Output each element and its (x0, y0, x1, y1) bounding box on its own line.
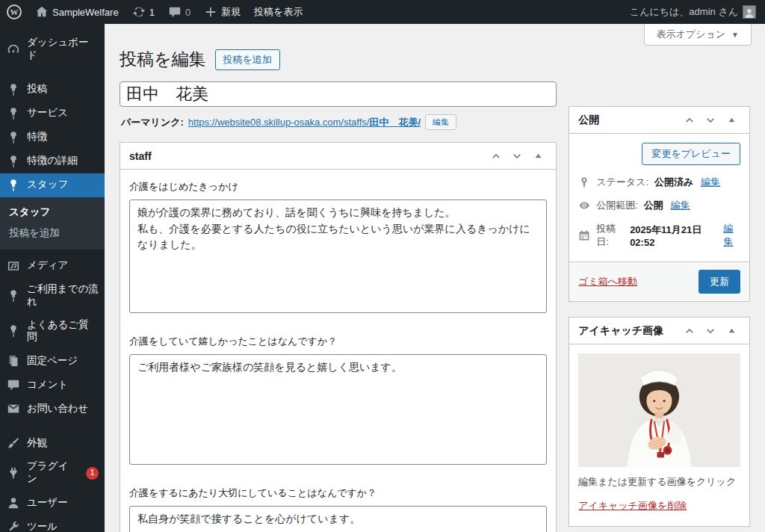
add-new-post-button[interactable]: 投稿を追加 (215, 49, 280, 70)
move-down-button[interactable] (701, 322, 719, 340)
sidebar-item-feature-details[interactable]: 特徴の詳細 (0, 149, 105, 173)
calendar-icon (578, 229, 590, 241)
pin-icon (7, 131, 20, 144)
pages-icon (7, 354, 20, 368)
site-name: SampleWelfare (52, 7, 119, 18)
sidebar-item-comments[interactable]: コメント (0, 373, 105, 397)
sidebar-item-faq[interactable]: よくあるご質問 (0, 314, 105, 350)
pin-icon (7, 83, 20, 96)
menu-separator (0, 67, 105, 78)
mail-icon (7, 402, 20, 415)
dashboard-icon (7, 43, 20, 56)
brush-icon (7, 436, 20, 450)
sidebar-item-users[interactable]: ユーザー (0, 491, 105, 515)
pin-icon (7, 289, 20, 303)
sidebar-item-staff[interactable]: スタッフ (0, 173, 105, 197)
comments-count: 0 (185, 7, 191, 18)
comment-icon (7, 378, 20, 392)
permalink-label: パーマリンク: (121, 116, 184, 129)
publish-box-title[interactable]: 公開 (578, 114, 599, 127)
sidebar-item-tools[interactable]: ツール (0, 515, 105, 532)
edit-visibility-link[interactable]: 編集 (671, 199, 690, 212)
publish-box: 公開 変更をプレビュー ステータス: 公開済み 編集 (569, 106, 750, 302)
site-name-link[interactable]: SampleWelfare (28, 0, 126, 24)
chevron-down-icon (512, 151, 522, 161)
featured-image-box: アイキャッチ画像 (569, 317, 750, 527)
submenu-item-staff[interactable]: スタッフ (0, 202, 105, 223)
remove-featured-image-link[interactable]: アイキャッチ画像を削除 (578, 499, 687, 513)
toggle-panel-button[interactable] (722, 322, 740, 340)
featured-image-hint: 編集または更新する画像をクリック (578, 475, 740, 489)
status-pin-icon (578, 176, 590, 188)
wordpress-logo[interactable]: W (0, 0, 28, 24)
visibility-label: 公開範囲: (596, 199, 638, 212)
update-button[interactable]: 更新 (699, 270, 740, 294)
updates-count: 1 (149, 7, 155, 18)
move-up-button[interactable] (681, 322, 699, 340)
user-icon (7, 496, 20, 510)
status-value: 公開済み (654, 176, 693, 189)
toggle-panel-button[interactable] (722, 111, 740, 129)
sidebar-item-plugins[interactable]: プラグイン 1 (0, 455, 105, 491)
sidebar-item-services[interactable]: サービス (0, 102, 105, 126)
edit-status-link[interactable]: 編集 (701, 176, 720, 189)
toggle-panel-button[interactable] (529, 147, 547, 165)
field-label-happy: 介護をしていて嬉しかったことはなんですか？ (129, 335, 547, 348)
new-content-link[interactable]: 新規 (197, 0, 247, 24)
move-down-button[interactable] (508, 147, 526, 165)
sidebar-item-features[interactable]: 特徴 (0, 126, 105, 149)
media-icon (7, 259, 20, 273)
date-value: 2025年11月21日 02:52 (630, 223, 716, 248)
submenu-item-add-post[interactable]: 投稿を追加 (0, 223, 105, 244)
featured-box-title[interactable]: アイキャッチ画像 (578, 324, 663, 338)
plus-icon (204, 5, 217, 19)
date-label: 投稿日: (596, 222, 624, 249)
field-textarea-reason[interactable]: 娘が介護の業界に務めており、話を聞くうちに興味を持ちました。 私も、介護を必要と… (129, 200, 547, 313)
comments-link[interactable]: 0 (161, 0, 197, 24)
chevron-down-icon (705, 115, 716, 126)
sidebar-item-dashboard[interactable]: ダッシュボード (0, 31, 105, 67)
field-label-reason: 介護をはじめたきっかけ (129, 180, 547, 194)
sidebar-item-media[interactable]: メディア (0, 254, 105, 278)
view-post-link[interactable]: 投稿を表示 (247, 0, 309, 24)
sidebar-item-pages[interactable]: 固定ページ (0, 349, 105, 373)
updates-link[interactable]: 1 (126, 0, 161, 24)
pin-icon (7, 179, 20, 192)
field-textarea-important[interactable]: 私自身が笑顔で接することを心がけています。 (129, 506, 547, 532)
page-title: 投稿を編集 (120, 48, 206, 71)
edit-date-link[interactable]: 編集 (723, 222, 740, 249)
sidebar-item-flow[interactable]: ご利用までの流れ (0, 278, 105, 314)
screen-options-button[interactable]: 表示オプション ▼ (644, 24, 752, 46)
field-textarea-happy[interactable]: ご利用者様やご家族様の笑顔を見ると嬉しく思います。 (129, 354, 547, 465)
move-up-button[interactable] (487, 147, 505, 165)
triangle-up-icon (728, 327, 736, 335)
admin-bar: W SampleWelfare 1 0 新規 投稿を表示 こんにちは、admin… (0, 0, 765, 24)
permalink-link[interactable]: https://website08.skillup-osaka.com/staf… (188, 116, 421, 129)
admin-menu: ダッシュボード 投稿 サービス 特徴 特徴の詳細 スタッフ スタッフ 投稿を追加… (0, 24, 105, 532)
sidebar-item-posts[interactable]: 投稿 (0, 78, 105, 102)
metabox-title[interactable]: staff (129, 150, 152, 162)
move-up-button[interactable] (681, 111, 699, 129)
staff-submenu: スタッフ 投稿を追加 (0, 197, 105, 250)
triangle-up-icon (728, 116, 736, 124)
comments-icon (168, 5, 182, 19)
sidebar-item-contact[interactable]: お問い合わせ (0, 397, 105, 421)
move-down-button[interactable] (701, 111, 719, 129)
menu-separator (0, 421, 105, 431)
move-to-trash-link[interactable]: ゴミ箱へ移動 (578, 275, 637, 288)
post-title-input[interactable] (120, 81, 557, 107)
wordpress-logo-icon: W (7, 4, 22, 19)
preview-changes-button[interactable]: 変更をプレビュー (642, 143, 740, 165)
edit-permalink-button[interactable]: 編集 (425, 114, 456, 130)
sidebar-item-appearance[interactable]: 外観 (0, 431, 105, 455)
wrench-icon (7, 520, 20, 532)
triangle-up-icon (534, 152, 542, 160)
main-content: 表示オプション ▼ 投稿を編集 投稿を追加 パーマリンク: https://we… (105, 24, 765, 532)
featured-image-nurse-photo[interactable] (578, 353, 740, 467)
avatar[interactable] (743, 5, 756, 19)
visibility-eye-icon (578, 200, 590, 211)
user-greeting[interactable]: こんにちは、admin さん (630, 5, 738, 19)
status-label: ステータス: (596, 176, 648, 189)
field-label-important: 介護をするにあたり大切にしていることはなんですか？ (129, 486, 547, 500)
pin-icon (7, 107, 20, 120)
